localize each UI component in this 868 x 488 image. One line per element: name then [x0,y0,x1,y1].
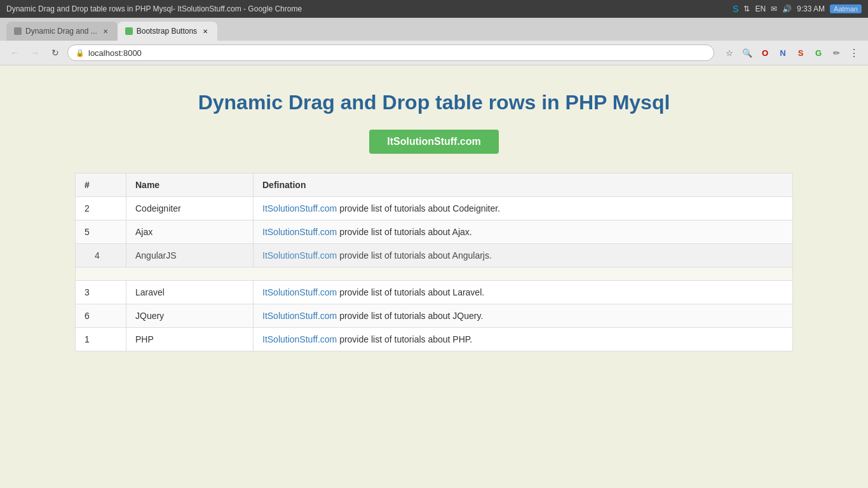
tab2-label: Bootstrap Buttons [137,27,197,36]
opera-button[interactable]: O [757,45,773,60]
os-lang-indicator: EN [755,4,766,13]
cell-def: ItSolutionStuff.com provide list of tuto… [254,220,793,244]
table-row: 1 PHP ItSolutionStuff.com provide list o… [76,328,793,351]
cell-def: ItSolutionStuff.com provide list of tuto… [254,328,793,351]
url-bar[interactable]: 🔒 localhost:8000 [67,44,714,61]
extension3-button[interactable]: S [793,45,808,60]
table-header-row: # Name Defination [76,173,793,197]
tab1-close[interactable]: ✕ [101,27,110,36]
cell-name: AngularJS [126,244,254,268]
table-row-spacer [76,268,793,281]
cell-name: Codeigniter [126,197,254,220]
col-header-name: Name [126,173,254,197]
col-header-id: # [76,173,126,197]
site-button[interactable]: ItSolutionStuff.com [369,130,499,154]
tab-bootstrap-buttons[interactable]: Bootstrap Buttons ✕ [118,22,217,41]
extension1-button[interactable]: 🔍 [740,45,755,60]
table-row: 5 Ajax ItSolutionStuff.com provide list … [76,220,793,244]
cell-name: Laravel [126,281,254,304]
def-link[interactable]: ItSolutionStuff.com [262,203,337,214]
tab-dynamic-drag[interactable]: Dynamic Drag and ... ✕ [6,22,118,41]
os-arrows-icon: ⇅ [743,4,750,13]
def-link[interactable]: ItSolutionStuff.com [262,227,337,237]
tab2-favicon [125,27,133,35]
new-tab-area [217,23,236,41]
def-text: provide list of tutorials about Angularj… [337,250,492,261]
menu-button[interactable]: ⋮ [846,45,862,60]
star-button[interactable]: ☆ [722,45,737,60]
os-title-bar: Dynamic Drag and Drop table rows in PHP … [0,0,868,18]
cell-name: PHP [126,328,254,351]
os-volume-icon: 🔊 [782,4,792,13]
cell-id: 2 [76,197,126,220]
table-row-dragging: 4 AngularJS ItSolutionStuff.com provide … [76,244,793,268]
cell-id: 3 [76,281,126,304]
page-content: Dynamic Drag and Drop table rows in PHP … [0,65,868,488]
table-row: 3 Laravel ItSolutionStuff.com provide li… [76,281,793,304]
edit-button[interactable]: ✏ [829,45,844,60]
cell-name: Ajax [126,220,254,244]
page-title: Dynamic Drag and Drop table rows in PHP … [13,91,855,114]
table-body: 2 Codeigniter ItSolutionStuff.com provid… [76,197,793,351]
def-link[interactable]: ItSolutionStuff.com [262,311,337,321]
table-row: 6 JQuery ItSolutionStuff.com provide lis… [76,304,793,328]
cell-id: 1 [76,328,126,351]
tab1-favicon [14,27,22,35]
tab2-close[interactable]: ✕ [201,27,210,36]
lock-icon: 🔒 [76,49,85,57]
def-link[interactable]: ItSolutionStuff.com [262,287,337,297]
os-app-title: Dynamic Drag and Drop table rows in PHP … [6,4,302,13]
cell-def: ItSolutionStuff.com provide list of tuto… [254,244,793,268]
cell-def: ItSolutionStuff.com provide list of tuto… [254,281,793,304]
cell-id: 6 [76,304,126,328]
def-text: provide list of tutorials about PHP. [337,334,472,344]
back-button[interactable]: ← [6,44,23,61]
os-bar-right: S ⇅ EN ✉ 🔊 9:33 AM Aatman [733,4,862,14]
os-user: Aatman [830,4,862,13]
reload-button[interactable]: ↻ [47,44,64,61]
browser-chrome: Dynamic Drag and ... ✕ Bootstrap Buttons… [0,18,868,65]
def-text: provide list of tutorials about Ajax. [337,227,471,237]
def-text: provide list of tutorials about Laravel. [337,287,484,297]
address-bar: ← → ↻ 🔒 localhost:8000 ☆ 🔍 O N S G ✏ ⋮ [0,41,868,65]
os-time: 9:33 AM [797,4,825,13]
cell-id: 5 [76,220,126,244]
extension2-button[interactable]: N [775,45,790,60]
def-link[interactable]: ItSolutionStuff.com [262,250,337,261]
spacer-cell [76,268,793,281]
os-skype-icon: S [733,4,738,14]
cell-def: ItSolutionStuff.com provide list of tuto… [254,304,793,328]
data-table: # Name Defination 2 Codeigniter ItSoluti… [75,173,793,351]
cell-name: JQuery [126,304,254,328]
table-row: 2 Codeigniter ItSolutionStuff.com provid… [76,197,793,220]
tab-bar: Dynamic Drag and ... ✕ Bootstrap Buttons… [0,18,868,41]
url-text: localhost:8000 [88,48,142,58]
cell-def: ItSolutionStuff.com provide list of tuto… [254,197,793,220]
cell-id: 4 [76,244,126,268]
def-text: provide list of tutorials about JQuery. [337,311,483,321]
browser-actions: ☆ 🔍 O N S G ✏ ⋮ [722,45,862,60]
extension4-button[interactable]: G [811,45,826,60]
forward-button[interactable]: → [27,44,43,61]
def-link[interactable]: ItSolutionStuff.com [262,334,337,344]
def-text: provide list of tutorials about Codeigni… [337,203,500,214]
col-header-def: Defination [254,173,793,197]
os-mail-icon: ✉ [771,4,777,13]
os-title-text: Dynamic Drag and Drop table rows in PHP … [6,4,302,13]
tab1-label: Dynamic Drag and ... [25,27,97,36]
